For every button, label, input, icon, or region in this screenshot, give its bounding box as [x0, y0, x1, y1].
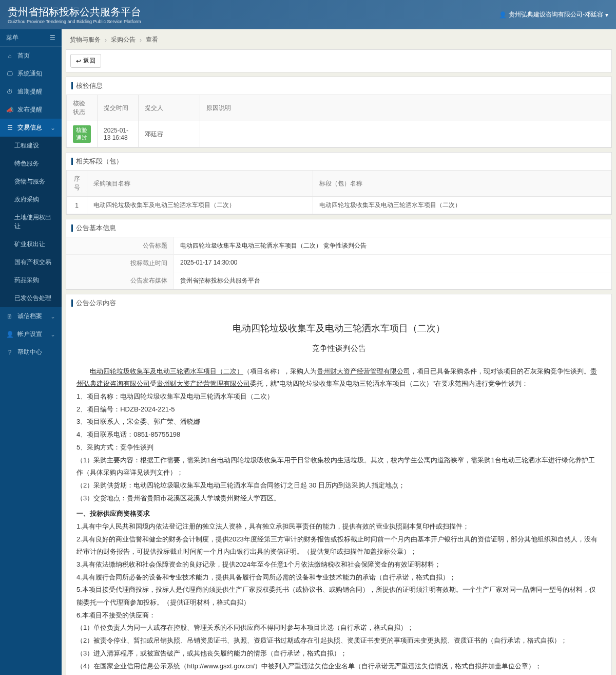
notice-h4: 竞争性谈判公告 — [76, 341, 601, 356]
sidebar-item-account[interactable]: 👤帐户设置⌄ — [0, 325, 62, 343]
megaphone-icon: 📣 — [6, 106, 13, 114]
sidebar-item-special[interactable]: 特色服务 — [0, 155, 62, 173]
home-icon: ⌂ — [6, 52, 13, 60]
th-seq: 序号 — [67, 171, 87, 197]
file-icon: 🗎 — [6, 313, 13, 320]
crumb-view: 查看 — [146, 35, 158, 44]
sidebar-item-goods[interactable]: 货物与服务 — [0, 173, 62, 191]
section-row: 1 电动四轮垃圾收集车及电动三轮洒水车项目（二次） 电动四轮垃圾收集车及电动三轮… — [67, 197, 611, 214]
th-submitter: 提交人 — [139, 95, 200, 121]
chevron-down-icon: ▾ — [605, 11, 608, 18]
sidebar-item-help[interactable]: ?帮助中心 — [0, 343, 62, 361]
review-title: 核验信息 — [66, 77, 611, 95]
sidebar-item-trade[interactable]: ☲交易信息⌄ — [0, 119, 62, 137]
sidebar-item-gov[interactable]: 政府采购 — [0, 191, 62, 209]
user-menu[interactable]: 👤 贵州弘典建设咨询有限公司-邓廷容 ▾ — [499, 10, 608, 19]
site-subtitle: GuiZhou Province Tendering and Bidding P… — [8, 19, 141, 24]
menu-collapse-icon[interactable]: ☰ — [50, 34, 55, 42]
lbl-media: 公告发布媒体 — [66, 272, 174, 289]
sections-title: 相关标段（包） — [66, 153, 611, 170]
sidebar-item-land[interactable]: 土地使用权出让 — [0, 209, 62, 235]
sidebar-item-engineering[interactable]: 工程建设 — [0, 137, 62, 155]
menu-header: 菜单 ☰ — [0, 29, 62, 47]
th-time: 提交时间 — [98, 95, 139, 121]
sidebar-item-drug[interactable]: 药品采购 — [0, 271, 62, 289]
sidebar-item-credit[interactable]: 🗎诚信档案⌄ — [0, 307, 62, 325]
val-media: 贵州省招标投标公共服务平台 — [174, 272, 611, 289]
list-icon: ☲ — [6, 124, 13, 132]
chevron-icon: ⌄ — [50, 313, 55, 320]
status-badge: 核验通过 — [73, 125, 91, 143]
clock-icon: ⏱ — [6, 88, 13, 96]
user-name: 贵州弘典建设咨询有限公司-邓廷容 — [509, 10, 603, 19]
user-icon: 👤 — [499, 11, 507, 18]
th-reason: 原因说明 — [200, 95, 611, 121]
notice-body: 电动四轮垃圾收集车及电动三轮洒水车项目（二次） 竞争性谈判公告 电动四轮垃圾收集… — [66, 312, 611, 675]
sidebar-item-notice[interactable]: 🖵系统通知 — [0, 65, 62, 83]
basic-title: 公告基本信息 — [66, 219, 611, 237]
lbl-deadline: 投标截止时间 — [66, 255, 174, 272]
crumb-goods[interactable]: 货物与服务 — [70, 35, 101, 44]
back-icon: ↩ — [76, 58, 81, 65]
chevron-icon: ⌄ — [50, 331, 55, 338]
val-deadline: 2025-01-17 14:30:00 — [174, 255, 611, 272]
help-icon: ? — [6, 349, 13, 356]
review-row: 核验通过 2025-01-13 16:48 邓廷容 — [67, 121, 611, 147]
notice-h3: 电动四轮垃圾收集车及电动三轮洒水车项目（二次） — [76, 320, 601, 337]
user-icon: 👤 — [6, 331, 13, 338]
sidebar-item-home[interactable]: ⌂首页 — [0, 47, 62, 65]
chevron-icon: ⌄ — [50, 124, 55, 132]
th-proj: 采购项目名称 — [87, 171, 313, 197]
sidebar-item-mining[interactable]: 矿业权出让 — [0, 235, 62, 253]
sidebar-item-overdue[interactable]: ⏱逾期提醒 — [0, 83, 62, 101]
lbl-title: 公告标题 — [66, 237, 174, 254]
sidebar-item-publish[interactable]: 📣发布提醒 — [0, 101, 62, 119]
back-button[interactable]: ↩返回 — [70, 54, 101, 68]
breadcrumb: 货物与服务› 采购公告› 查看 — [66, 33, 612, 46]
sidebar-item-stateowned[interactable]: 国有产权交易 — [0, 253, 62, 271]
sidebar-item-published[interactable]: 已发公告处理 — [0, 289, 62, 307]
th-status: 核验状态 — [67, 95, 98, 121]
crumb-notice[interactable]: 采购公告 — [111, 35, 136, 44]
content-title: 公告公示内容 — [66, 294, 611, 312]
th-pkg: 标段（包）名称 — [313, 171, 611, 197]
site-title: 贵州省招标投标公共服务平台 — [8, 6, 141, 17]
monitor-icon: 🖵 — [6, 70, 13, 78]
val-title: 电动四轮垃圾收集车及电动三轮洒水车项目（二次） 竞争性谈判公告 — [174, 237, 611, 254]
